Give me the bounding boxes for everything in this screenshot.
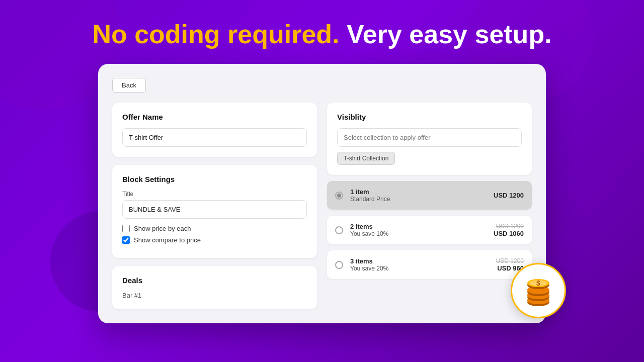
collection-input[interactable] <box>337 128 522 147</box>
deal-radio-2[interactable] <box>335 226 343 234</box>
right-column: Visiblity T-shirt Collection 1 item Stan… <box>327 103 532 309</box>
deal-info-1: 1 item Standard Price <box>350 188 487 203</box>
show-price-by-each-label: Show price by each <box>134 225 191 232</box>
block-settings-card: Block Settings Title Show price by each … <box>112 165 317 258</box>
deal-items-2: 2 items <box>350 223 487 230</box>
deal-save-3: You save 20% <box>350 265 489 272</box>
show-compare-price-label: Show compare to price <box>134 236 201 244</box>
svg-text:$: $ <box>536 279 540 287</box>
deal-price-2: USD 1200 USD 1060 <box>494 223 524 237</box>
back-button[interactable]: Back <box>112 78 146 93</box>
visibility-title: Visiblity <box>337 113 522 121</box>
deal-items-1: 1 item <box>350 188 487 196</box>
deal-final-price-1: USD 1200 <box>494 192 524 199</box>
block-settings-title: Block Settings <box>122 175 307 184</box>
show-price-by-each-row: Show price by each <box>122 225 307 232</box>
visibility-card: Visiblity T-shirt Collection <box>327 103 532 175</box>
collection-tag[interactable]: T-shirt Collection <box>337 152 395 165</box>
deal-info-3: 3 items You save 20% <box>350 257 489 272</box>
deal-original-price-2: USD 1200 <box>494 223 524 230</box>
deal-save-1: Standard Price <box>350 196 487 203</box>
offer-name-title: Offer Name <box>122 113 307 121</box>
offer-name-input[interactable] <box>122 128 307 147</box>
title-field-group: Title <box>122 191 307 219</box>
title-label: Title <box>122 191 307 198</box>
two-column-layout: Offer Name Block Settings Title Show pri… <box>112 103 532 309</box>
header-white-text: Very easy setup. <box>340 20 552 49</box>
main-container: Back Offer Name Block Settings Title <box>98 64 546 323</box>
deal-option-3[interactable]: 3 items You save 20% USD 1200 USD 960 <box>327 250 532 279</box>
deal-radio-1[interactable] <box>335 192 343 200</box>
deal-info-2: 2 items You save 10% <box>350 223 487 237</box>
deal-original-price-3: USD 1200 <box>496 257 524 264</box>
show-price-by-each-checkbox[interactable] <box>122 225 130 232</box>
offer-name-card: Offer Name <box>112 103 317 157</box>
deal-price-1: USD 1200 <box>494 192 524 199</box>
left-column: Offer Name Block Settings Title Show pri… <box>112 103 317 309</box>
deal-items-3: 3 items <box>350 257 489 265</box>
deal-option-1[interactable]: 1 item Standard Price USD 1200 <box>327 181 532 210</box>
deals-bar-label: Bar #1 <box>122 292 307 299</box>
coin-badge: $ <box>511 263 566 318</box>
deal-option-2[interactable]: 2 items You save 10% USD 1200 USD 1060 <box>327 216 532 244</box>
deal-final-price-2: USD 1060 <box>494 230 524 237</box>
deal-save-2: You save 10% <box>350 230 487 237</box>
deals-title: Deals <box>122 276 307 285</box>
show-compare-price-checkbox[interactable] <box>122 236 130 244</box>
deals-card: Deals Bar #1 <box>112 266 317 309</box>
deal-radio-3[interactable] <box>335 261 343 269</box>
header-yellow-text: No coding required. <box>92 20 339 49</box>
show-compare-price-row: Show compare to price <box>122 236 307 244</box>
block-title-input[interactable] <box>122 200 307 219</box>
page-header: No coding required. Very easy setup. <box>0 0 644 64</box>
